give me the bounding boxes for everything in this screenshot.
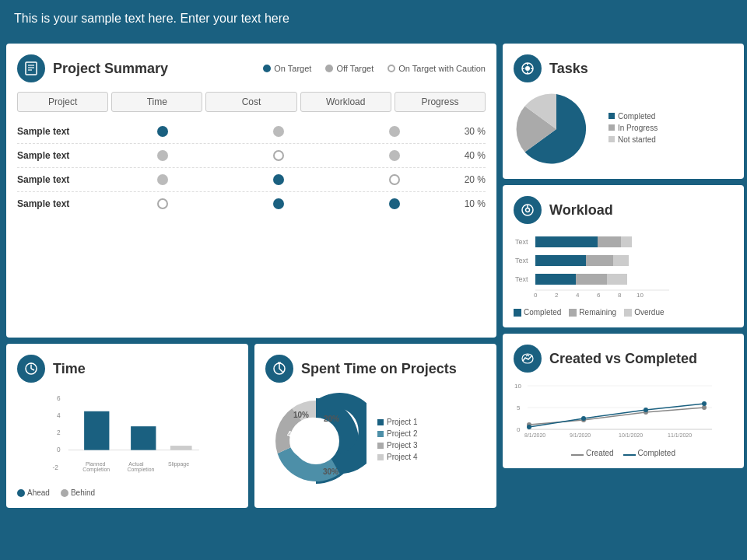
- svg-rect-15: [131, 426, 156, 450]
- time-dot-0: [106, 126, 219, 137]
- workload-bars-svg: Text Text Text 0: [514, 232, 716, 302]
- completed-line-label: Completed: [638, 449, 675, 457]
- svg-text:4: 4: [57, 411, 61, 419]
- workload-legend: Completed Remaining Overdue: [514, 308, 733, 317]
- right-column: Tasks: [503, 44, 744, 508]
- wl-overdue-label: Overdue: [634, 308, 664, 317]
- col-progress[interactable]: Progress: [395, 92, 486, 112]
- cost-dot-3: [222, 198, 335, 209]
- line-chart-area: 10 5 0 8/1/2020 9/1/2020 10/1/2020 11/1/…: [514, 380, 733, 457]
- svg-text:Planned: Planned: [86, 461, 106, 467]
- behind-legend: Behind: [61, 488, 95, 497]
- time-card-header: Time: [17, 355, 237, 383]
- svg-point-30: [525, 66, 530, 71]
- left-column: Project Summary On Target Off Target On …: [6, 44, 496, 508]
- col-workload[interactable]: Workload: [300, 92, 391, 112]
- dot: [273, 126, 284, 137]
- donut-legend-3: Project 3: [377, 441, 417, 450]
- workload-dot-0: [338, 126, 451, 137]
- project4-dot: [377, 454, 384, 460]
- dot: [389, 174, 400, 185]
- tasks-pie-chart: [514, 90, 599, 168]
- on-target-dot: [263, 65, 271, 72]
- svg-rect-48: [576, 274, 607, 285]
- project-summary-card: Project Summary On Target Off Target On …: [6, 44, 496, 338]
- project-name-1: Sample text: [17, 150, 103, 161]
- workload-title: Workload: [549, 202, 613, 219]
- off-target-label: Off Target: [336, 64, 374, 73]
- workload-card-header: Workload: [514, 196, 733, 224]
- svg-text:6: 6: [57, 394, 61, 402]
- project-summary-header: Project Summary On Target Off Target On …: [17, 54, 486, 82]
- svg-text:11/1/2020: 11/1/2020: [668, 432, 692, 438]
- caution-label: On Target with Caution: [398, 64, 486, 73]
- col-time[interactable]: Time: [111, 92, 202, 112]
- header-bar: This is your sample text here. Enter you…: [0, 0, 747, 37]
- svg-rect-14: [84, 411, 109, 450]
- created-label: Created: [586, 449, 614, 457]
- wl-completed: Completed: [514, 308, 561, 317]
- created-line: [571, 454, 584, 456]
- svg-point-36: [526, 208, 530, 212]
- svg-point-24: [293, 418, 339, 464]
- dot: [273, 150, 284, 161]
- svg-text:Completion: Completion: [82, 467, 110, 473]
- wl-overdue-dot: [624, 309, 632, 317]
- svg-point-75: [702, 401, 707, 406]
- main-grid: Project Summary On Target Off Target On …: [0, 37, 747, 560]
- svg-text:40%: 40%: [287, 430, 303, 439]
- dot: [157, 126, 168, 137]
- donut-chart: 40% 30% 20% 10%: [265, 390, 366, 492]
- project-row-1: Sample text40 %: [17, 144, 486, 168]
- bottom-left-cards: Time 6 4 2 0 -2: [6, 344, 496, 508]
- project1-label: Project 1: [387, 418, 417, 426]
- project-summary-icon: [17, 54, 45, 82]
- svg-text:0: 0: [517, 426, 521, 433]
- svg-text:Text: Text: [515, 257, 528, 264]
- svg-rect-49: [607, 274, 627, 285]
- project-summary-card-header: Project Summary: [17, 54, 168, 82]
- on-target-label: On Target: [274, 64, 311, 73]
- svg-text:30%: 30%: [323, 467, 338, 476]
- col-project[interactable]: Project: [17, 92, 108, 112]
- completed-legend: Completed: [608, 112, 658, 121]
- inprogress-legend: In Progress: [608, 124, 658, 132]
- notstarted-label: Not started: [618, 135, 656, 144]
- line-chart-svg: 10 5 0 8/1/2020 9/1/2020 10/1/2020 11/1/…: [514, 380, 720, 443]
- tasks-card-header: Tasks: [514, 54, 733, 82]
- col-cost[interactable]: Cost: [205, 92, 296, 112]
- dot: [157, 174, 168, 185]
- dot: [157, 150, 168, 161]
- off-target-dot: [325, 65, 333, 72]
- project-row-2: Sample text20 %: [17, 168, 486, 192]
- progress-0: 30 %: [454, 126, 486, 137]
- svg-point-72: [527, 425, 531, 429]
- svg-text:Completion: Completion: [128, 467, 155, 473]
- donut-legend-4: Project 4: [377, 453, 417, 461]
- svg-rect-16: [170, 446, 192, 450]
- tasks-card: Tasks: [503, 44, 744, 179]
- cvc-header: Created vs Completed: [514, 345, 733, 373]
- completed-dot: [608, 113, 615, 119]
- svg-text:0: 0: [57, 446, 61, 453]
- completed-line-legend: Completed: [623, 449, 675, 457]
- tasks-icon: [514, 54, 542, 82]
- notstarted-dot: [608, 136, 615, 142]
- project3-label: Project 3: [387, 441, 417, 450]
- cost-dot-2: [222, 174, 335, 185]
- dot: [389, 198, 400, 209]
- project-row-0: Sample text30 %: [17, 120, 486, 144]
- svg-text:10%: 10%: [293, 411, 309, 419]
- workload-card: Workload Text Text Text: [503, 185, 744, 327]
- legend-row: On Target Off Target On Target with Caut…: [263, 64, 486, 73]
- svg-text:10: 10: [514, 383, 521, 390]
- svg-text:10: 10: [637, 292, 644, 299]
- svg-text:8/1/2020: 8/1/2020: [524, 432, 545, 438]
- workload-dot-3: [338, 198, 451, 209]
- svg-text:Text: Text: [515, 238, 528, 246]
- time-legend: Ahead Behind: [17, 488, 237, 497]
- svg-rect-39: [535, 236, 598, 247]
- donut-legend-1: Project 1: [377, 418, 417, 426]
- svg-text:-2: -2: [53, 464, 59, 471]
- svg-text:20%: 20%: [324, 415, 339, 423]
